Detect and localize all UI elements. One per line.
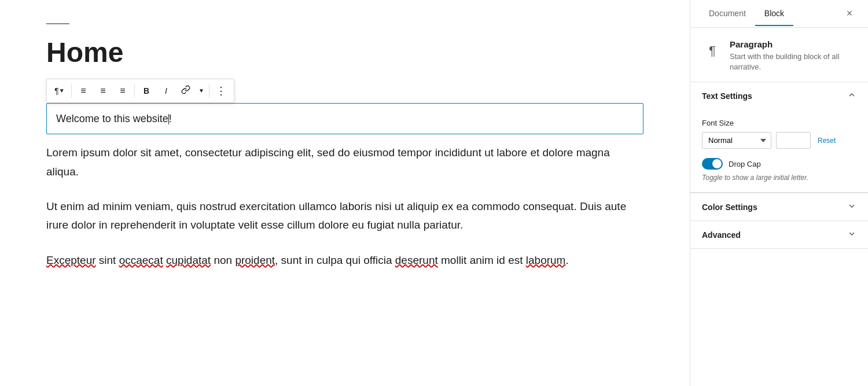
drop-cap-label: Drop Cap — [729, 160, 761, 168]
page-title: Home — [46, 36, 643, 69]
toggle-knob — [712, 159, 722, 168]
tab-document[interactable]: Document — [700, 2, 755, 26]
align-right-button[interactable]: ≡ — [113, 82, 132, 100]
text-settings-header[interactable]: Text Settings — [690, 82, 868, 109]
align-right-icon: ≡ — [120, 86, 125, 96]
advanced-chevron-icon — [847, 229, 856, 240]
formatting-toolbar: ¶ ▼ ≡ ≡ ≡ B I ▼ — [46, 79, 234, 103]
paragraph-symbol: ¶ — [709, 43, 716, 58]
color-settings-title: Color Settings — [702, 203, 757, 212]
font-size-label: Font Size — [702, 119, 856, 127]
text-cursor — [168, 114, 169, 124]
paragraph-icon: ¶ — [54, 86, 59, 95]
drop-cap-toggle-row: Drop Cap — [702, 158, 856, 170]
misspelled-word-5: deserunt — [395, 254, 438, 266]
misspelled-word-2: occaecat — [119, 254, 163, 266]
link-icon — [181, 85, 190, 96]
misspelled-word-6: laborum — [526, 254, 566, 266]
misspelled-word-3: cupidatat — [166, 254, 211, 266]
font-size-input[interactable] — [776, 132, 811, 149]
sidebar-tabs: Document Block × — [690, 0, 868, 28]
align-left-button[interactable]: ≡ — [74, 82, 93, 100]
sidebar: Document Block × ¶ Paragraph Start with … — [690, 0, 868, 386]
drop-cap-toggle[interactable] — [702, 158, 723, 170]
italic-button[interactable]: I — [157, 82, 175, 100]
advanced-title: Advanced — [702, 230, 741, 240]
text-settings-section: Text Settings Font Size Small Normal Med… — [690, 82, 868, 193]
toolbar-divider-3 — [209, 84, 209, 98]
align-left-icon: ≡ — [80, 86, 86, 96]
toolbar-divider-1 — [71, 84, 72, 98]
tab-block[interactable]: Block — [755, 2, 793, 26]
paragraph-1: Lorem ipsum dolor sit amet, consectetur … — [46, 144, 643, 181]
bold-button[interactable]: B — [137, 82, 156, 100]
drop-cap-hint: Toggle to show a large initial letter. — [702, 173, 856, 183]
block-info-text: Paragraph Start with the building block … — [730, 39, 856, 72]
more-options-button[interactable]: ⋮ — [212, 82, 230, 100]
editor-divider — [46, 23, 69, 24]
ellipsis-icon: ⋮ — [216, 84, 226, 97]
block-description: Start with the building block of all nar… — [730, 52, 856, 72]
toolbar-divider-2 — [134, 84, 135, 98]
font-size-row: Font Size Small Normal Medium Large Extr… — [702, 119, 856, 149]
drop-cap-row: Drop Cap Toggle to show a large initial … — [702, 158, 856, 183]
misspelled-word-4: proident — [235, 254, 275, 266]
text-settings-content: Font Size Small Normal Medium Large Extr… — [690, 109, 868, 193]
chevron-down-icon: ▼ — [198, 87, 204, 94]
active-paragraph-block[interactable]: Welcome to this website! — [46, 103, 643, 135]
paragraph-block-icon: ¶ — [702, 41, 723, 61]
advanced-section[interactable]: Advanced — [690, 221, 868, 249]
text-settings-chevron-icon — [847, 90, 856, 101]
link-button[interactable] — [176, 82, 195, 100]
paragraph-text: Welcome to this website! — [56, 113, 172, 124]
font-size-controls: Small Normal Medium Large Extra Large Re… — [702, 132, 856, 149]
dropdown-arrow: ▼ — [59, 87, 65, 94]
align-center-button[interactable]: ≡ — [94, 82, 112, 100]
paragraph-3: Excepteur sint occaecat cupidatat non pr… — [46, 251, 643, 270]
text-settings-title: Text Settings — [702, 91, 752, 101]
link-dropdown-button[interactable]: ▼ — [196, 82, 207, 100]
font-size-reset-button[interactable]: Reset — [815, 134, 838, 147]
close-sidebar-button[interactable]: × — [840, 5, 859, 23]
italic-icon: I — [165, 86, 167, 95]
paragraph-2: Ut enim ad minim veniam, quis nostrud ex… — [46, 197, 643, 235]
font-size-select[interactable]: Small Normal Medium Large Extra Large — [702, 132, 771, 149]
misspelled-word-1: Excepteur — [46, 254, 96, 266]
align-center-icon: ≡ — [100, 86, 105, 96]
color-settings-chevron-icon — [847, 201, 856, 212]
block-info: ¶ Paragraph Start with the building bloc… — [690, 28, 868, 82]
color-settings-section[interactable]: Color Settings — [690, 193, 868, 221]
paragraph-type-button[interactable]: ¶ ▼ — [50, 82, 69, 100]
bold-icon: B — [144, 86, 149, 95]
block-title: Paragraph — [730, 39, 856, 49]
sidebar-tabs-left: Document Block — [700, 2, 793, 25]
editor-area: Home ¶ ▼ ≡ ≡ ≡ B I — [0, 0, 690, 386]
